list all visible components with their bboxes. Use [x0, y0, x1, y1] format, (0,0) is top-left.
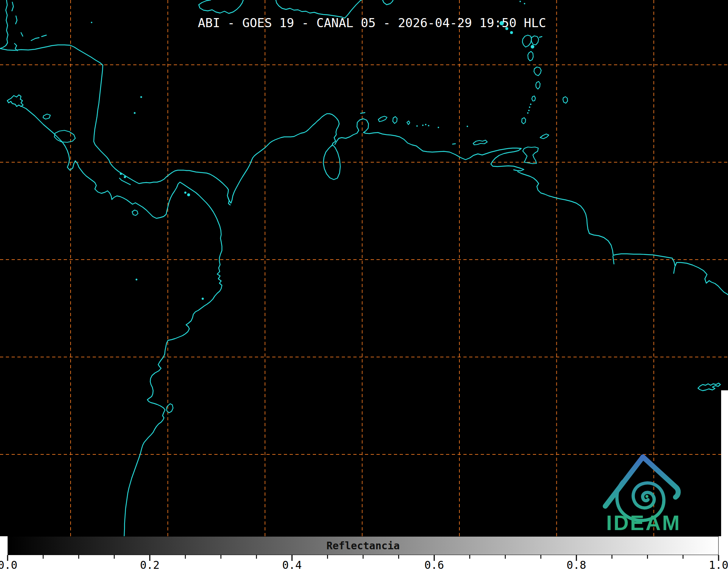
coastline [31, 38, 39, 41]
graticule-gridlines [0, 0, 728, 536]
coastline [335, 119, 524, 171]
islet-dot [519, 1, 521, 2]
islet-dot [140, 96, 142, 98]
colorbar-tick-label: 0.2 [132, 560, 167, 571]
islet-dot [124, 176, 126, 178]
coastline [674, 267, 675, 273]
islet-dot [530, 104, 531, 105]
coastline [453, 144, 455, 144]
island-outline [532, 96, 535, 101]
islet-dot [467, 126, 468, 127]
map-title: ABI - GOES 19 - CANAL 05 - 2026-04-29 19… [0, 17, 728, 29]
island-outline [523, 147, 538, 164]
coastline [613, 256, 614, 264]
coastline [21, 33, 23, 36]
islet-dot [187, 193, 190, 196]
coastline [119, 178, 130, 185]
satellite-product-page: IDEAM ABI - GOES 19 - CANAL 05 - 2026-04… [0, 0, 728, 571]
islet-dot [422, 125, 424, 126]
colorbar-tick-label: 0.6 [417, 560, 451, 571]
coastline [14, 43, 17, 51]
colorbar-label: Reflectancia [327, 540, 400, 552]
islet-dot [529, 106, 530, 108]
island-outline [531, 36, 539, 45]
islet-dot [531, 45, 534, 49]
coastline [42, 35, 46, 37]
island-outline [473, 140, 487, 145]
islet-dot [416, 125, 418, 127]
islet-dot [524, 3, 525, 4]
satellite-map: IDEAM [0, 0, 728, 536]
coastline [7, 95, 23, 106]
islet-dot [425, 124, 426, 125]
islet-dot [184, 192, 186, 194]
coastlines [0, 0, 728, 536]
islet-dot [134, 112, 136, 114]
logo-spiral-eye [645, 495, 648, 498]
logo-wordmark: IDEAM [606, 511, 681, 534]
coastline [698, 383, 720, 391]
islet-dot [527, 112, 529, 114]
island-outline [563, 97, 568, 103]
island-outline [43, 114, 50, 119]
islet-dot [428, 125, 429, 126]
coastline [539, 37, 542, 37]
coastline [199, 0, 243, 13]
colorbar-tick-label: 1.0 [701, 560, 728, 571]
islet-dot [528, 110, 530, 111]
no-data-strip [721, 390, 728, 536]
island-outline [534, 67, 541, 76]
island-outline [522, 118, 526, 124]
islet-dot [120, 173, 122, 175]
colorbar-tick-label: 0.0 [0, 560, 25, 571]
coastline [518, 172, 728, 295]
coastline [0, 45, 339, 203]
islet-dot [202, 298, 204, 300]
islet-dot [438, 127, 439, 128]
island-outline [54, 130, 75, 142]
coastline [12, 2, 13, 11]
coastline [361, 113, 365, 113]
colorbar-ticks [0, 555, 728, 562]
islet-dot [510, 31, 513, 34]
reflectance-colorbar: Reflectancia [8, 536, 719, 555]
island-outline [528, 51, 533, 61]
island-outline [407, 121, 410, 125]
island-outline [522, 35, 531, 47]
island-outline [132, 210, 138, 215]
colorbar-tick-label: 0.8 [559, 560, 594, 571]
island-outline [378, 116, 387, 122]
island-outline [540, 134, 549, 139]
ideam-logo: IDEAM [605, 457, 681, 534]
coastline [383, 0, 393, 5]
islet-dot [136, 279, 138, 281]
island-outline [393, 117, 397, 123]
colorbar-tick-label: 0.4 [275, 560, 310, 571]
island-outline [536, 81, 540, 89]
